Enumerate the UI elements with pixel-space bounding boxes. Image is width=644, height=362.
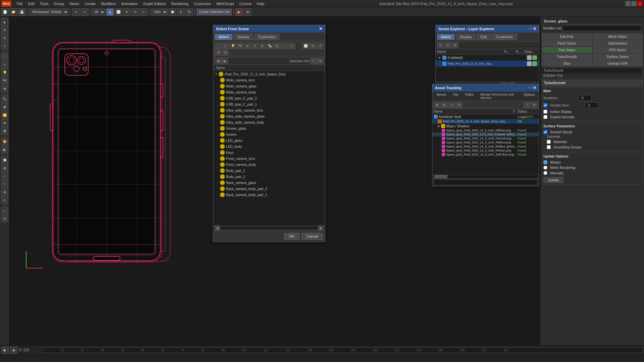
at-maps-folder[interactable]: ▶ Maps / Shaders — [432, 124, 539, 128]
menu-create[interactable]: Create — [82, 1, 98, 6]
editable-poly-stack-item[interactable]: Editable Poly — [542, 73, 642, 78]
at-scroll-thumb[interactable] — [434, 175, 447, 178]
list-item[interactable]: Space_grey_iPad_2020_12_9_inch_Self-illu… — [432, 153, 539, 157]
lt-motion[interactable]: ⏩ — [1, 111, 8, 119]
ok-button[interactable]: OK — [284, 233, 300, 240]
render-iters-input[interactable] — [585, 102, 598, 108]
list-item[interactable]: Keys — [213, 149, 325, 156]
at-vault-item[interactable]: Autodesk Vault Logged O... — [432, 114, 539, 119]
sfs-icon-helpers[interactable]: ⊕ — [244, 43, 251, 49]
list-item[interactable]: Space_grey_iPad_2020_12_9_inch_Normal.pn… — [432, 136, 539, 140]
list-item[interactable]: Back_camera_body_part_2 — [213, 186, 325, 192]
sfs-scrollbar[interactable]: ◀ ▶ — [213, 225, 325, 231]
se-minimize-button[interactable]: ─ — [527, 26, 530, 31]
sfs-icon-lights[interactable]: 💡 — [229, 43, 236, 49]
sfs-tab-customize[interactable]: Customize — [255, 34, 279, 40]
lt-select[interactable]: ▲ — [1, 18, 8, 25]
se-render-icon[interactable] — [532, 55, 537, 60]
manually-radio[interactable] — [543, 171, 547, 175]
new-button[interactable]: 📄 — [1, 8, 9, 16]
at-icon-settings[interactable]: ⚙ — [531, 102, 538, 108]
at-maximize-button[interactable]: □ — [530, 85, 532, 90]
lt-extra2[interactable]: ⊡ — [1, 215, 8, 222]
select-region-button[interactable]: ⬜ — [115, 8, 122, 16]
redo-button[interactable]: ↪ — [81, 8, 88, 16]
list-item[interactable]: Wide_camera_body — [213, 89, 325, 95]
sfs-icon-all[interactable]: A — [288, 43, 295, 49]
lt-snap[interactable]: 🔲 — [1, 156, 8, 164]
mesh-select-button[interactable]: Mesh Select — [593, 34, 643, 40]
lt-rotate[interactable]: ↻ — [1, 34, 8, 42]
se-obj-visibility-icon[interactable] — [527, 61, 532, 66]
sfs-icon-cameras[interactable]: 📷 — [237, 43, 244, 49]
scroll-left-button[interactable]: ◀ — [215, 225, 220, 231]
unwrap-uvw-button[interactable]: Unwrap UVW — [593, 60, 643, 66]
spline-select-button[interactable]: SplineSelect — [593, 40, 643, 46]
lt-layer[interactable]: ≡ — [1, 196, 8, 204]
ffd-select-button[interactable]: FFD Select — [593, 47, 643, 53]
list-item[interactable]: USB_type_C_part_2 — [213, 95, 325, 101]
minimize-button[interactable]: ─ — [625, 1, 631, 6]
at-tab-file[interactable]: File — [450, 92, 461, 100]
list-item[interactable]: Wide_camera_lens — [213, 77, 325, 83]
se-layer-default[interactable]: ▼ 0 (default) — [436, 55, 539, 61]
lt-move[interactable]: ✛ — [1, 26, 8, 34]
at-close-button[interactable]: ✕ — [533, 85, 536, 90]
list-item[interactable]: Ultra_wide_camera_glass — [213, 113, 325, 119]
when-rendering-radio[interactable] — [543, 166, 547, 170]
cancel-button[interactable]: Cancel — [302, 233, 323, 240]
menu-maxscript[interactable]: MAXScript — [214, 1, 236, 6]
at-icon-thumb[interactable]: ⊟ — [456, 102, 463, 108]
undo-button[interactable]: ↩ — [72, 8, 80, 16]
sfs-icon-geometry[interactable]: ⬛ — [215, 43, 221, 49]
iterations-input[interactable] — [578, 95, 592, 101]
se-icon-settings2[interactable]: ⚙ — [452, 42, 459, 48]
edit-poly-button[interactable]: Edit Poly — [542, 34, 592, 40]
menu-edit[interactable]: Edit — [25, 1, 37, 6]
menu-customize[interactable]: Customize — [191, 1, 214, 6]
lt-lights[interactable]: 💡 — [1, 69, 8, 76]
poly-select-button[interactable]: Poly Select — [542, 47, 592, 53]
open-button[interactable]: 📁 — [10, 8, 17, 16]
lt-hierarchy[interactable]: ⚡ — [1, 103, 8, 111]
smoothing-groups-checkbox[interactable] — [547, 145, 551, 149]
angle-snap-button[interactable]: ∠ — [177, 8, 184, 16]
close-button[interactable]: ✕ — [637, 1, 643, 6]
sfs-icon-grid[interactable]: ⊞ — [274, 43, 280, 49]
create-selection-button[interactable]: Create Selection Sel — [197, 9, 232, 15]
sfs-icon-filter2[interactable]: ⊟ — [310, 43, 316, 49]
lt-utilities[interactable]: 🛠 — [1, 127, 8, 135]
menu-group[interactable]: Group — [51, 1, 67, 6]
sfs-root-item[interactable]: ▼ iPad_Pro_2020_12_9_inch_Space_Grey — [213, 71, 325, 77]
list-item[interactable]: Ultra_wide_camera_lens — [213, 107, 325, 113]
patch-select-button[interactable]: Patch Select — [542, 40, 592, 46]
lt-shapes[interactable]: ◇ — [1, 61, 8, 68]
at-icon-server[interactable]: 🖥 — [434, 102, 440, 108]
lt-xform[interactable]: ⊞ — [1, 164, 8, 172]
list-item[interactable]: Space_grey_iPad_2020_12_9_inch_Reflect.p… — [432, 140, 539, 144]
scroll-right-button[interactable]: ▶ — [318, 225, 324, 231]
se-close-button[interactable]: ✕ — [533, 26, 536, 31]
at-tab-options[interactable]: Options — [521, 92, 538, 100]
play-button[interactable]: ▶ — [1, 347, 9, 354]
list-item[interactable]: Body_part_2 — [213, 168, 325, 174]
se-tab-select[interactable]: Select — [437, 34, 455, 40]
update-button[interactable]: Update — [543, 177, 564, 183]
list-item[interactable]: LED_glass — [213, 137, 325, 143]
at-minimize-button[interactable]: ─ — [527, 85, 530, 90]
render-setup-button[interactable]: ⚙ — [244, 8, 251, 16]
menu-graph-editors[interactable]: Graph Editors — [141, 1, 169, 6]
isoline-checkbox[interactable] — [543, 110, 547, 114]
se-obj-render-icon[interactable] — [532, 61, 537, 66]
lt-scale[interactable]: ⤡ — [1, 42, 8, 50]
sfs-icon-bones[interactable]: 🦴 — [266, 43, 273, 49]
at-icon-help[interactable]: ? — [524, 102, 530, 108]
lt-geometry[interactable]: ⬛ — [1, 53, 8, 60]
at-tab-paths[interactable]: Paths — [463, 92, 477, 100]
list-item[interactable]: Wide_camera_glass — [213, 83, 325, 89]
at-scrollbar[interactable] — [432, 175, 539, 179]
se-maximize-button[interactable]: □ — [530, 26, 532, 31]
at-icon-list[interactable]: ≡ — [448, 102, 455, 108]
scale-button[interactable]: ⤡ — [140, 8, 147, 16]
sfs-tab-display[interactable]: Display — [234, 34, 253, 40]
